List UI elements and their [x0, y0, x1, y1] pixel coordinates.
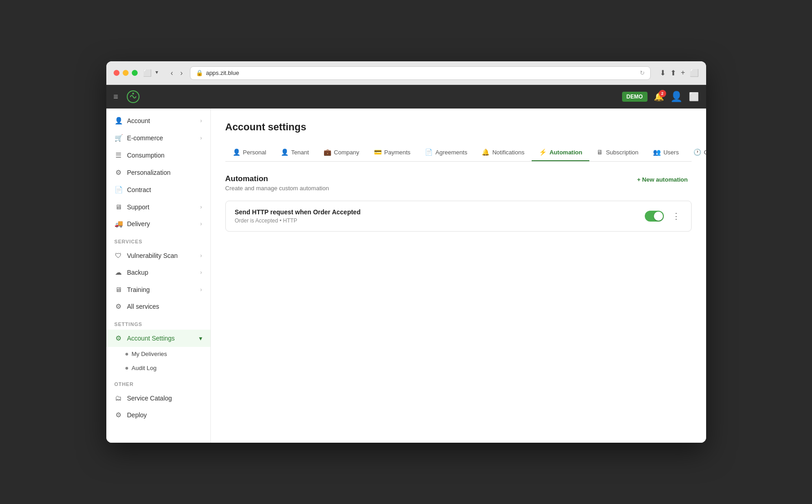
section-subtitle: Create and manage custom automation	[225, 185, 329, 192]
sidebar-item-service-catalog[interactable]: 🗂 Service Catalog	[106, 390, 210, 406]
other-section-label: OTHER	[106, 375, 210, 390]
agreements-tab-icon: 📄	[425, 148, 433, 156]
new-tab-icon[interactable]: +	[681, 69, 685, 77]
sidebar-label-personalization: Personalization	[127, 169, 202, 176]
address-bar[interactable]: 🔒 apps.zit.blue ↻	[190, 66, 651, 80]
vulnerability-icon: 🛡	[115, 252, 123, 259]
training-icon: 🖥	[115, 286, 123, 293]
demo-badge: DEMO	[622, 92, 648, 102]
tabs-icon[interactable]: ⬜	[690, 69, 699, 77]
app-logo[interactable]	[125, 89, 141, 104]
sidebar-item-vulnerability[interactable]: 🛡 Vulnerability Scan ›	[106, 247, 210, 264]
delivery-icon: 🚚	[115, 220, 123, 228]
sidebar-label-support: Support	[127, 203, 196, 211]
bell-badge: 2	[659, 90, 666, 97]
support-icon: 🖥	[115, 203, 123, 211]
toggle-knob	[654, 212, 663, 221]
sidebar-item-personalization[interactable]: ⚙ Personalization	[106, 164, 210, 181]
sidebar-item-training[interactable]: 🖥 Training ›	[106, 281, 210, 298]
sidebar-item-backup[interactable]: ☁ Backup ›	[106, 264, 210, 281]
tabs-bar: 👤 Personal 👤 Tenant 💼 Company 💳 Payments	[225, 144, 692, 162]
sidebar-label-training: Training	[127, 286, 196, 293]
tab-personal[interactable]: 👤 Personal	[225, 144, 274, 161]
sidebar-item-delivery[interactable]: 🚚 Delivery ›	[106, 215, 210, 232]
tab-label-tenant: Tenant	[291, 149, 309, 156]
svg-point-1	[132, 93, 134, 94]
notifications-tab-icon: 🔔	[482, 148, 489, 156]
forward-button[interactable]: ›	[179, 68, 184, 78]
section-header: Automation Create and manage custom auto…	[225, 174, 692, 192]
sidebar-label-service-catalog: Service Catalog	[127, 395, 202, 402]
tab-users[interactable]: 👥 Users	[646, 144, 686, 161]
sidebar-label-account: Account	[127, 117, 196, 124]
reload-icon[interactable]: ↻	[640, 69, 645, 76]
content-area: Account settings 👤 Personal 👤 Tenant 💼 C…	[211, 109, 706, 443]
sidebar-label-allservices: All services	[127, 303, 202, 310]
layout-icon[interactable]: ⬜	[689, 92, 699, 102]
sidebar-label-my-deliveries: My Deliveries	[132, 351, 167, 357]
url-text: apps.zit.blue	[206, 69, 239, 76]
tab-automation[interactable]: ⚡ Automation	[532, 144, 589, 161]
chevron-right-icon: ›	[200, 135, 202, 141]
sidebar-item-ecommerce[interactable]: 🛒 E-commerce ›	[106, 129, 210, 147]
browser-chrome: ⬜ ▾ ‹ › 🔒 apps.zit.blue ↻ ⬇ ⬆ + ⬜	[106, 61, 706, 85]
tl-green[interactable]	[132, 70, 138, 76]
tab-payments[interactable]: 💳 Payments	[367, 144, 418, 161]
service-catalog-icon: 🗂	[115, 394, 123, 402]
tl-red[interactable]	[114, 70, 120, 76]
sidebar-item-support[interactable]: 🖥 Support ›	[106, 198, 210, 215]
sidebar-label-consumption: Consumption	[127, 152, 202, 159]
tl-yellow[interactable]	[123, 70, 129, 76]
chevron-right-icon: ›	[200, 287, 202, 293]
tab-notifications[interactable]: 🔔 Notifications	[474, 144, 532, 161]
back-button[interactable]: ‹	[169, 68, 175, 78]
tab-subscription[interactable]: 🖥 Subscription	[589, 144, 646, 161]
sidebar-sub-item-audit-log[interactable]: Audit Log	[106, 361, 210, 375]
browser-nav: ‹ ›	[169, 68, 185, 78]
more-options-icon[interactable]: ⋮	[670, 209, 682, 223]
app-container: ≡ DEMO 🔔 2 👤 ⬜	[106, 85, 706, 443]
sidebar-label-audit-log: Audit Log	[132, 365, 157, 371]
chevron-right-icon: ›	[200, 252, 202, 259]
sidebar-item-consumption[interactable]: ☰ Consumption	[106, 147, 210, 164]
chevron-right-icon: ›	[200, 204, 202, 210]
tab-agreements[interactable]: 📄 Agreements	[418, 144, 474, 161]
tab-tenant[interactable]: 👤 Tenant	[274, 144, 316, 161]
tab-label-subscription: Subscription	[606, 149, 638, 156]
chevron-down-icon: ▾	[199, 335, 202, 342]
automation-toggle[interactable]	[645, 211, 664, 222]
sidebar-item-contract[interactable]: 📄 Contract	[106, 181, 210, 198]
sidebar-item-deploy[interactable]: ⚙ Deploy	[106, 406, 210, 424]
tab-order-h[interactable]: 🕐 Order h	[686, 144, 706, 161]
automation-name: Send HTTP request when Order Accepted	[235, 208, 361, 216]
contract-icon: 📄	[115, 186, 123, 194]
ecommerce-icon: 🛒	[115, 134, 123, 142]
tab-label-notifications: Notifications	[492, 149, 524, 156]
deploy-icon: ⚙	[115, 411, 123, 419]
share-icon[interactable]: ⬆	[670, 69, 676, 77]
sidebar-item-account[interactable]: 👤 Account ›	[106, 112, 210, 129]
chevron-down-icon[interactable]: ▾	[155, 69, 158, 77]
sidebar-item-account-settings[interactable]: ⚙ Account Settings ▾	[106, 330, 210, 347]
sidebar: 👤 Account › 🛒 E-commerce › ☰ Consumption…	[106, 109, 211, 443]
tab-label-company: Company	[334, 149, 359, 156]
new-automation-button[interactable]: + New automation	[633, 174, 692, 185]
sidebar-toggle-icon[interactable]: ⬜	[143, 69, 152, 77]
tab-label-orderh: Order h	[704, 149, 706, 156]
hamburger-icon[interactable]: ≡	[114, 92, 119, 102]
tab-company[interactable]: 💼 Company	[316, 144, 367, 161]
download-icon[interactable]: ⬇	[660, 69, 666, 77]
allservices-icon: ⚙	[115, 302, 123, 311]
users-tab-icon: 👥	[653, 148, 661, 156]
sidebar-label-ecommerce: E-commerce	[127, 134, 196, 142]
sidebar-item-allservices[interactable]: ⚙ All services	[106, 298, 210, 315]
bell-wrapper[interactable]: 🔔 2	[654, 92, 664, 102]
chevron-right-icon: ›	[200, 221, 202, 227]
sidebar-sub-item-my-deliveries[interactable]: My Deliveries	[106, 347, 210, 361]
traffic-lights	[114, 70, 138, 76]
avatar-icon[interactable]: 👤	[670, 91, 682, 103]
sidebar-label-delivery: Delivery	[127, 220, 196, 227]
settings-section-label: SETTINGS	[106, 315, 210, 330]
main-layout: 👤 Account › 🛒 E-commerce › ☰ Consumption…	[106, 109, 706, 443]
tab-label-users: Users	[663, 149, 679, 156]
